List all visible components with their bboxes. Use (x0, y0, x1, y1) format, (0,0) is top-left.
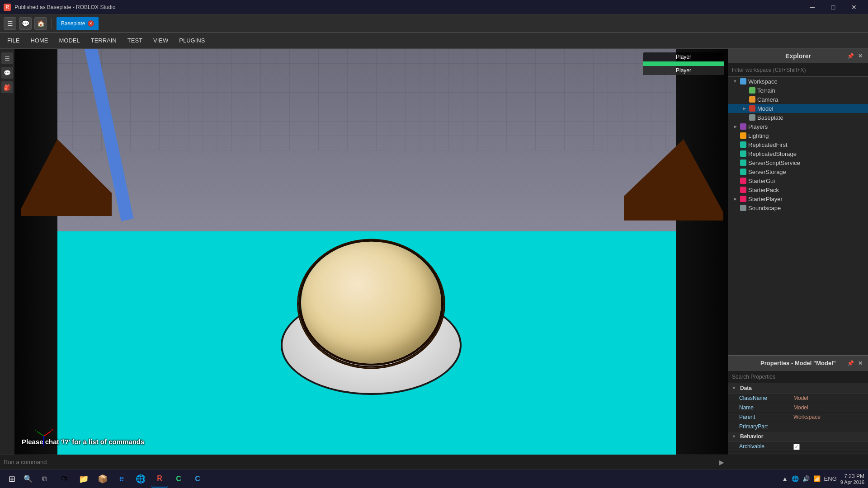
tray-wifi-icon[interactable]: 📶 (813, 475, 821, 482)
props-section-data[interactable]: ▼ Data (728, 383, 868, 394)
minimize-button[interactable]: ─ (802, 0, 823, 14)
tree-item-soundscape[interactable]: Soundscape (728, 203, 868, 212)
taskbar-app-store[interactable]: 🛍 (56, 470, 73, 488)
taskbar-app-chrome[interactable]: 🌐 (132, 470, 149, 488)
menu-test[interactable]: TEST (122, 35, 148, 46)
tree-area: ▼ Workspace Terrain Camera (728, 77, 868, 355)
workspace-icon (740, 78, 747, 85)
props-row-archivable: Archivable ✓ (728, 442, 868, 452)
replicatedfirst-label: ReplicatedFirst (748, 141, 788, 148)
taskbar-apps: 🛍 📁 📦 e 🌐 R C C (56, 470, 206, 488)
chevron-lighting[interactable] (732, 132, 738, 139)
tray-sound-icon[interactable]: 🔊 (802, 475, 810, 482)
chevron-camera[interactable] (741, 96, 747, 103)
tree-item-baseplate[interactable]: Baseplate (728, 113, 868, 122)
left-panel (14, 49, 57, 455)
maximize-button[interactable]: □ (823, 0, 844, 14)
tree-item-terrain[interactable]: Terrain (728, 86, 868, 95)
tree-item-players[interactable]: ▶ Players (728, 122, 868, 131)
chevron-terrain[interactable] (741, 87, 747, 94)
explorer-header-icons: 📌 ✕ (846, 52, 864, 60)
properties-close-button[interactable]: ✕ (856, 359, 864, 367)
sidebar-chat-icon[interactable]: 💬 (1, 67, 13, 79)
player-hud-name: Player (643, 66, 724, 75)
tree-item-starterpack[interactable]: StarterPack (728, 185, 868, 194)
model-icon (749, 105, 756, 112)
serverstorage-icon (740, 168, 747, 175)
scene-bg (14, 49, 728, 252)
replicatedfirst-icon (740, 141, 747, 148)
tree-item-startergui[interactable]: StarterGui (728, 176, 868, 185)
menu-model[interactable]: MODEL (53, 35, 85, 46)
taskbar-app-files[interactable]: 📁 (75, 470, 92, 488)
tree-item-replicatedstorage[interactable]: ReplicatedStorage (728, 149, 868, 158)
tree-item-starterplayer[interactable]: ▶ StarterPlayer (728, 194, 868, 203)
props-value-parent: Workspace (793, 414, 864, 420)
taskbar-taskview-button[interactable]: ⧉ (36, 471, 52, 487)
taskbar-search-button[interactable]: 🔍 (20, 471, 36, 487)
tab-label: Baseplate (61, 20, 85, 27)
char-head-border (298, 240, 444, 367)
tree-item-lighting[interactable]: Lighting (728, 131, 868, 140)
player-health-bar (643, 61, 724, 66)
chevron-model[interactable]: ▶ (741, 105, 747, 112)
chevron-replicatedstorage[interactable] (732, 150, 738, 157)
props-key-parent: Parent (739, 414, 793, 420)
close-button[interactable]: ✕ (844, 0, 864, 14)
chevron-startergui[interactable] (732, 178, 738, 184)
props-section-behavior[interactable]: ▼ Behavior (728, 432, 868, 442)
chat-button[interactable]: 💬 (19, 17, 32, 30)
taskbar-app-ie[interactable]: e (113, 470, 130, 488)
tray-network-icon[interactable]: 🌐 (792, 475, 799, 482)
chevron-serverscriptservice[interactable] (732, 160, 738, 166)
chevron-starterplayer[interactable]: ▶ (732, 196, 738, 202)
explorer-close-button[interactable]: ✕ (856, 52, 864, 60)
taskbar-start-button[interactable]: ⊞ (4, 471, 20, 487)
chevron-serverstorage[interactable] (732, 169, 738, 175)
home-button[interactable]: 🏠 (34, 17, 47, 30)
baseplate-tab[interactable]: Baseplate ✕ (57, 17, 99, 30)
menu-plugins[interactable]: PLUGINS (174, 35, 210, 46)
taskbar-app-c2[interactable]: C (189, 470, 206, 488)
terrain-icon (749, 87, 756, 94)
properties-pin-button[interactable]: 📌 (846, 359, 854, 367)
sidebar-bag-icon[interactable]: 🎒 (1, 81, 13, 93)
menu-file[interactable]: FILE (2, 35, 25, 46)
taskbar-app-appstore2[interactable]: 📦 (94, 470, 111, 488)
tree-item-serverstorage[interactable]: ServerStorage (728, 167, 868, 176)
command-input[interactable] (4, 459, 719, 465)
taskbar-clock[interactable]: 7:23 PM 9 Apr 2016 (840, 473, 864, 485)
command-bar: ▶ (0, 455, 728, 469)
tree-item-serverscriptservice[interactable]: ServerScriptService (728, 158, 868, 167)
app-icon: R (4, 4, 11, 11)
svg-line-1 (37, 432, 44, 436)
archivable-checkbox[interactable]: ✓ (793, 444, 800, 450)
chevron-soundscape[interactable] (732, 205, 738, 211)
titlebar: R Published as Baseplate - ROBLOX Studio… (0, 0, 868, 14)
properties-search-input[interactable] (732, 374, 864, 380)
taskbar-app-c1[interactable]: C (170, 470, 187, 488)
tab-close-icon[interactable]: ✕ (88, 20, 94, 27)
chevron-starterpack[interactable] (732, 187, 738, 193)
tray-keyboard-icon[interactable]: ENG (824, 475, 837, 482)
chevron-workspace[interactable]: ▼ (732, 78, 738, 84)
explorer-pin-button[interactable]: 📌 (846, 52, 854, 60)
tree-item-workspace[interactable]: ▼ Workspace (728, 77, 868, 86)
command-arrow-icon[interactable]: ▶ (719, 459, 724, 466)
chevron-baseplate[interactable] (741, 114, 747, 121)
filter-input[interactable] (732, 67, 864, 73)
players-icon (740, 123, 747, 130)
menu-view[interactable]: VIEW (148, 35, 174, 46)
toolbar-separator (52, 18, 52, 29)
chevron-players[interactable]: ▶ (732, 123, 738, 130)
taskbar-app-roblox[interactable]: R (151, 470, 168, 488)
menu-terrain[interactable]: TERRAIN (85, 35, 122, 46)
tray-chevron-icon[interactable]: ▲ (782, 475, 788, 482)
tree-item-replicatedfirst[interactable]: ReplicatedFirst (728, 140, 868, 149)
sidebar-toggle-button[interactable]: ☰ (4, 17, 16, 30)
sidebar-menu-icon[interactable]: ☰ (1, 52, 13, 64)
tree-item-camera[interactable]: Camera (728, 95, 868, 104)
chevron-replicatedfirst[interactable] (732, 141, 738, 148)
tree-item-model[interactable]: ▶ Model (728, 104, 868, 113)
menu-home[interactable]: HOME (25, 35, 53, 46)
